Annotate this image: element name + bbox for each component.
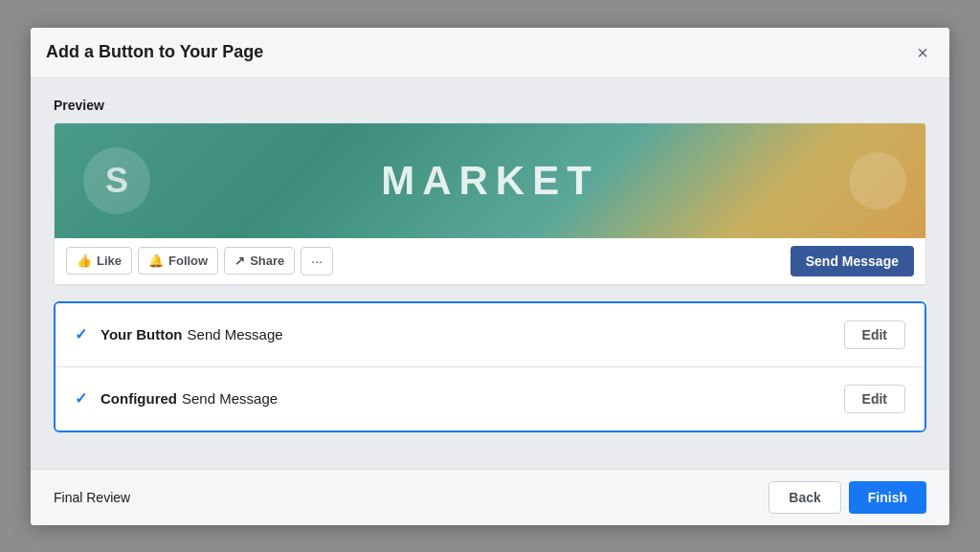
- page-preview: S MARKET 👍 Like 🔔 Follow ↗ Shar: [54, 122, 926, 286]
- cover-circle-decoration: [849, 152, 906, 210]
- modal-overlay: Add a Button to Your Page × Preview S MA…: [0, 0, 980, 552]
- modal-body: Preview S MARKET 👍 Like 🔔 Follow: [31, 78, 949, 469]
- options-box: ✓ Your Button Send Message Edit ✓ Config…: [54, 301, 926, 432]
- like-button[interactable]: 👍 Like: [66, 247, 132, 275]
- follow-button[interactable]: 🔔 Follow: [138, 247, 218, 275]
- modal-dialog: Add a Button to Your Page × Preview S MA…: [31, 28, 949, 525]
- footer-actions: Back Finish: [768, 481, 926, 514]
- follow-label: Follow: [168, 254, 208, 268]
- modal-footer: Final Review Back Finish: [31, 469, 949, 525]
- share-icon: ↗: [234, 254, 245, 268]
- edit-button-2[interactable]: Edit: [844, 385, 905, 413]
- cover-logo: S: [83, 147, 150, 214]
- back-button[interactable]: Back: [768, 481, 840, 514]
- share-button[interactable]: ↗ Share: [224, 247, 295, 275]
- configured-normal-label: Send Message: [182, 390, 278, 407]
- preview-label: Preview: [54, 98, 926, 113]
- cover-market-text: MARKET: [381, 158, 599, 204]
- option-row-your-button: ✓ Your Button Send Message Edit: [56, 303, 924, 366]
- modal-title: Add a Button to Your Page: [46, 42, 263, 62]
- like-label: Like: [97, 254, 122, 268]
- your-button-bold-label: Your Button: [100, 326, 183, 342]
- more-options-button[interactable]: ···: [301, 247, 333, 276]
- your-button-normal-label: Send Message: [188, 326, 283, 342]
- edit-button-1[interactable]: Edit: [844, 320, 905, 349]
- close-button[interactable]: ×: [911, 41, 934, 64]
- share-label: Share: [250, 254, 284, 268]
- option-row-configured: ✓ Configured Send Message Edit: [56, 366, 924, 431]
- check-icon-2: ✓: [75, 389, 87, 408]
- like-icon: 👍: [77, 254, 92, 268]
- page-actions-bar: 👍 Like 🔔 Follow ↗ Share ··· Send Message: [55, 238, 925, 285]
- cover-photo: S MARKET: [55, 123, 925, 238]
- final-review-label: Final Review: [54, 490, 130, 505]
- check-icon-1: ✓: [75, 325, 87, 343]
- send-message-button[interactable]: Send Message: [791, 246, 914, 276]
- configured-bold-label: Configured: [100, 390, 177, 407]
- finish-button[interactable]: Finish: [849, 481, 926, 514]
- modal-header: Add a Button to Your Page ×: [31, 28, 949, 78]
- follow-icon: 🔔: [148, 254, 164, 268]
